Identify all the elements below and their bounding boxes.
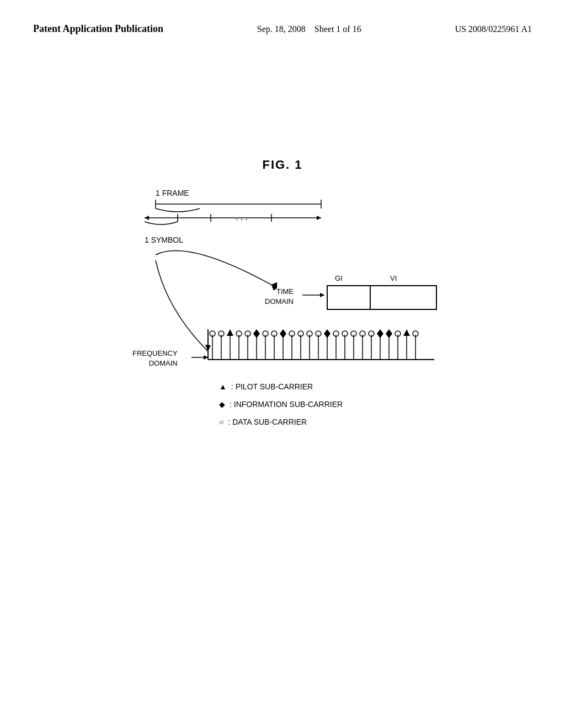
publication-title: Patent Application Publication bbox=[33, 22, 163, 36]
svg-marker-62 bbox=[386, 329, 392, 338]
page-header: Patent Application Publication Sep. 18, … bbox=[0, 0, 565, 36]
freq-domain-label: FREQUENCYDOMAIN bbox=[132, 349, 178, 368]
gi-box bbox=[328, 286, 371, 309]
pilot-symbol: ▲ bbox=[219, 379, 227, 394]
data-text: : DATA SUB-CARRIER bbox=[228, 414, 307, 430]
patent-number: US 2008/0225961 A1 bbox=[455, 22, 532, 36]
svg-marker-26 bbox=[227, 329, 233, 336]
svg-marker-4 bbox=[145, 216, 149, 220]
time-domain-label: TIME DOMAIN bbox=[265, 287, 294, 307]
symbol-label: 1 SYMBOL bbox=[145, 235, 183, 244]
svg-text:. . .: . . . bbox=[236, 212, 248, 222]
info-symbol: ◆ bbox=[219, 397, 225, 412]
symbol-row-svg: . . . bbox=[145, 210, 332, 232]
svg-marker-66 bbox=[403, 329, 410, 336]
frame-brace-svg bbox=[156, 200, 321, 208]
svg-marker-14 bbox=[320, 293, 324, 297]
info-text: : INFORMATION SUB-CARRIER bbox=[230, 397, 343, 412]
legend-pilot: ▲ : PILOT SUB-CARRIER bbox=[219, 379, 343, 394]
publication-date: Sep. 18, 2008 bbox=[257, 24, 306, 34]
svg-marker-60 bbox=[377, 329, 383, 338]
figure-title: FIG. 1 bbox=[0, 158, 565, 172]
svg-marker-38 bbox=[280, 329, 286, 338]
subcarrier-svg bbox=[208, 329, 440, 371]
svg-marker-5 bbox=[317, 216, 321, 220]
time-domain-box bbox=[327, 285, 437, 310]
svg-marker-48 bbox=[324, 329, 331, 338]
legend: ▲ : PILOT SUB-CARRIER ◆ : INFORMATION SU… bbox=[219, 379, 343, 432]
diagram: 1 FRAME . . . 1 SYMBOL bbox=[89, 189, 476, 453]
svg-marker-32 bbox=[253, 329, 260, 338]
date-sheet: Sep. 18, 2008 Sheet 1 of 16 bbox=[257, 22, 361, 36]
time-domain-arrow-svg bbox=[302, 291, 328, 299]
vi-box bbox=[371, 286, 436, 309]
legend-info: ◆ : INFORMATION SUB-CARRIER bbox=[219, 397, 343, 412]
vi-label: VI bbox=[390, 274, 397, 282]
frame-label: 1 FRAME bbox=[156, 189, 189, 197]
data-symbol: ○ bbox=[219, 414, 223, 430]
pilot-text: : PILOT SUB-CARRIER bbox=[231, 379, 313, 394]
svg-marker-16 bbox=[204, 355, 208, 360]
gi-label: GI bbox=[335, 274, 343, 282]
legend-data: ○ : DATA SUB-CARRIER bbox=[219, 414, 343, 430]
sheet-info: Sheet 1 of 16 bbox=[315, 24, 361, 34]
